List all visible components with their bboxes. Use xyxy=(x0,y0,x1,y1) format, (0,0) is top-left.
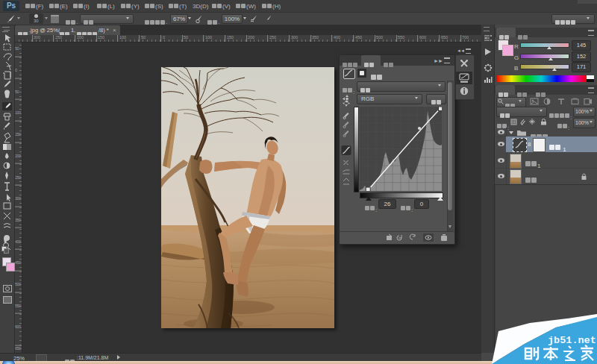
svg-text:jb51.net: jb51.net xyxy=(548,335,596,346)
